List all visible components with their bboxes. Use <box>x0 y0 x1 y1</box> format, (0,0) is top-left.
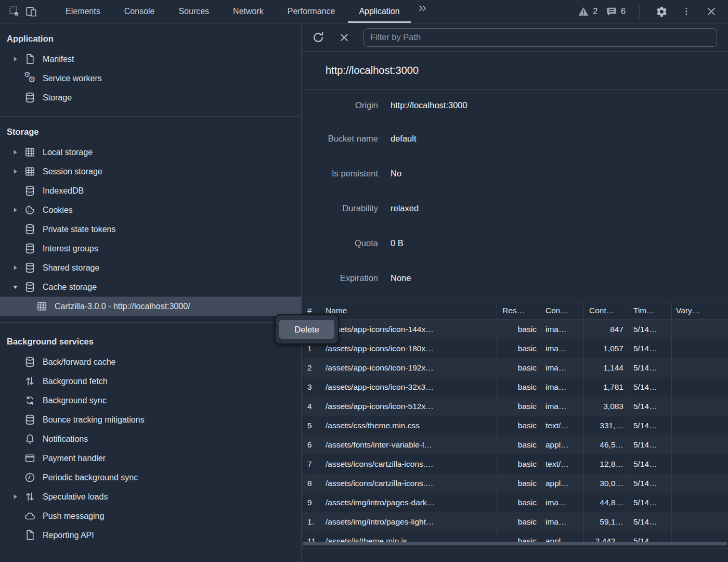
sidebar-item-local-storage[interactable]: Local storage <box>0 143 301 162</box>
col-header-vary[interactable]: Vary… <box>672 302 728 319</box>
table-row[interactable]: 2 /assets/app-icons/icon-192x… basic ima… <box>302 358 728 377</box>
delete-menu-item[interactable]: Delete <box>279 320 334 339</box>
sidebar-item-speculative-loads[interactable]: Speculative loads <box>0 487 301 506</box>
tab-console[interactable]: Console <box>112 0 167 23</box>
origin-heading: http://localhost:3000 <box>302 52 728 90</box>
inspect-element-icon[interactable] <box>6 3 23 20</box>
cell-response-type: basic <box>497 435 540 454</box>
warning-icon <box>578 6 589 17</box>
cell-content-type: ima… <box>540 493 584 512</box>
sidebar-item-interest-groups[interactable]: Interest groups <box>0 239 301 258</box>
cookie-icon <box>24 204 36 216</box>
sidebar-item-cache-cartzilla[interactable]: Cartzilla-3.0.0 - http://localhost:3000/ <box>0 297 301 316</box>
table-row[interactable]: 1… /assets/img/intro/pages-light… basic … <box>302 512 728 531</box>
col-header-response-type[interactable]: Res… <box>497 302 540 319</box>
cell-content-type: ima… <box>540 320 584 339</box>
tab-network[interactable]: Network <box>221 0 276 23</box>
database-icon <box>24 185 36 197</box>
cell-vary <box>672 377 728 397</box>
cell-index: 11 <box>302 531 315 542</box>
table-row[interactable]: 4 /assets/app-icons/icon-512x… basic ima… <box>302 397 728 416</box>
sidebar-item-service-workers[interactable]: ⚙⚙ Service workers <box>0 69 301 88</box>
section-title-background-services: Background services <box>0 337 301 347</box>
tab-application[interactable]: Application <box>347 0 411 23</box>
table-row[interactable]: 5 /assets/css/theme.min.css basic text/…… <box>302 416 728 435</box>
close-devtools-icon[interactable] <box>703 3 720 20</box>
sidebar-item-cache-storage[interactable]: Cache storage <box>0 277 301 297</box>
col-header-content-length[interactable]: Cont… <box>584 302 628 319</box>
expand-arrow-icon[interactable] <box>12 56 24 62</box>
sidebar-item-reporting-api[interactable]: Reporting API <box>0 526 301 545</box>
issues-badge[interactable]: 6 <box>606 6 626 17</box>
cell-response-type: basic <box>497 416 540 435</box>
expand-arrow-icon[interactable] <box>12 169 24 174</box>
devtools-window: { "topbar": { "tabs": ["Elements", "Cons… <box>0 0 728 562</box>
cell-response-type: basic <box>497 358 540 377</box>
sidebar-divider <box>0 322 301 323</box>
sidebar-item-cookies[interactable]: Cookies <box>0 200 301 220</box>
kebab-menu-icon[interactable] <box>678 3 695 20</box>
table-row[interactable]: 3 /assets/app-icons/icon-32x3… basic ima… <box>302 377 728 397</box>
cell-time-cached: 5/14… <box>628 512 672 531</box>
sidebar-item-push-messaging[interactable]: Push messaging <box>0 506 301 526</box>
cache-entries-table: # Name Res… Con… Cont… Tim… Vary… 0 /ass… <box>302 302 728 542</box>
sidebar-item-periodic-background-sync[interactable]: Periodic background sync <box>0 468 301 487</box>
cell-time-cached: 5/14… <box>628 493 672 512</box>
sidebar-item-payment-handler[interactable]: Payment handler <box>0 449 301 468</box>
table-icon <box>24 165 36 177</box>
sidebar-item-private-state-tokens[interactable]: Private state tokens <box>0 220 301 239</box>
sidebar-item-manifest[interactable]: Manifest <box>0 49 301 69</box>
sidebar-item-shared-storage[interactable]: Shared storage <box>0 258 301 277</box>
sidebar-item-label: Cookies <box>43 206 73 215</box>
clear-icon[interactable] <box>336 30 352 45</box>
sidebar-item-background-sync[interactable]: Background sync <box>0 391 301 410</box>
cell-content-type: appl… <box>540 531 584 542</box>
sidebar-item-session-storage[interactable]: Session storage <box>0 162 301 181</box>
cell-vary <box>672 512 728 531</box>
tab-performance[interactable]: Performance <box>276 0 347 23</box>
device-toolbar-icon[interactable] <box>23 3 40 20</box>
detail-value: No <box>391 169 401 178</box>
horizontal-scrollbar[interactable] <box>303 542 727 545</box>
expand-arrow-icon[interactable] <box>12 149 24 155</box>
table-row[interactable]: 9 /assets/img/intro/pages-dark… basic im… <box>302 493 728 512</box>
cell-content-length: 12,8… <box>584 454 628 474</box>
table-row[interactable]: 0 /assets/app-icons/icon-144x… basic ima… <box>302 320 728 339</box>
table-row[interactable]: 6 /assets/fonts/inter-variable-l… basic … <box>302 435 728 454</box>
cell-vary <box>672 358 728 377</box>
more-tabs-icon[interactable] <box>414 0 431 17</box>
sidebar-divider <box>0 116 301 117</box>
sidebar-item-indexeddb[interactable]: IndexedDB <box>0 181 301 200</box>
tab-sources[interactable]: Sources <box>166 0 221 23</box>
table-row[interactable]: 8 /assets/icons/cartzilla-icons.… basic … <box>302 474 728 493</box>
expand-arrow-icon[interactable] <box>12 494 24 500</box>
cell-vary <box>672 320 728 339</box>
collapse-arrow-icon[interactable] <box>12 284 24 290</box>
sidebar-item-background-fetch[interactable]: Background fetch <box>0 372 301 391</box>
sidebar-item-label: Payment handler <box>43 454 106 463</box>
application-panel: Application Manifest ⚙⚙ Service workers … <box>0 23 728 562</box>
detail-row-quota: Quota 0 B <box>302 226 728 261</box>
expand-arrow-icon[interactable] <box>12 207 24 213</box>
refresh-icon[interactable] <box>310 30 326 45</box>
cell-content-length: 847 <box>584 320 628 339</box>
col-header-time-cached[interactable]: Tim… <box>628 302 672 319</box>
settings-gear-icon[interactable] <box>653 3 670 20</box>
sidebar-item-label: Back/forward cache <box>43 357 116 367</box>
table-row[interactable]: 1 /assets/app-icons/icon-180x… basic ima… <box>302 339 728 358</box>
tab-elements[interactable]: Elements <box>54 0 112 23</box>
cache-toolbar <box>302 23 728 52</box>
sidebar-item-label: Cache storage <box>43 283 97 292</box>
sidebar-item-storage[interactable]: Storage <box>0 88 301 107</box>
sidebar-item-bounce-tracking[interactable]: Bounce tracking mitigations <box>0 410 301 429</box>
filter-by-path-input[interactable] <box>363 28 717 47</box>
col-header-name[interactable]: Name <box>315 302 497 319</box>
section-title-application: Application <box>0 34 301 44</box>
expand-arrow-icon[interactable] <box>12 265 24 271</box>
sidebar-item-back-forward-cache[interactable]: Back/forward cache <box>0 352 301 372</box>
table-row[interactable]: 11 /assets/js/theme.min.js basic appl… 2… <box>302 531 728 542</box>
table-row[interactable]: 7 /assets/icons/cartzilla-icons.… basic … <box>302 454 728 474</box>
warnings-badge[interactable]: 2 <box>578 6 597 17</box>
sidebar-item-notifications[interactable]: Notifications <box>0 429 301 449</box>
col-header-content-type[interactable]: Con… <box>540 302 584 319</box>
